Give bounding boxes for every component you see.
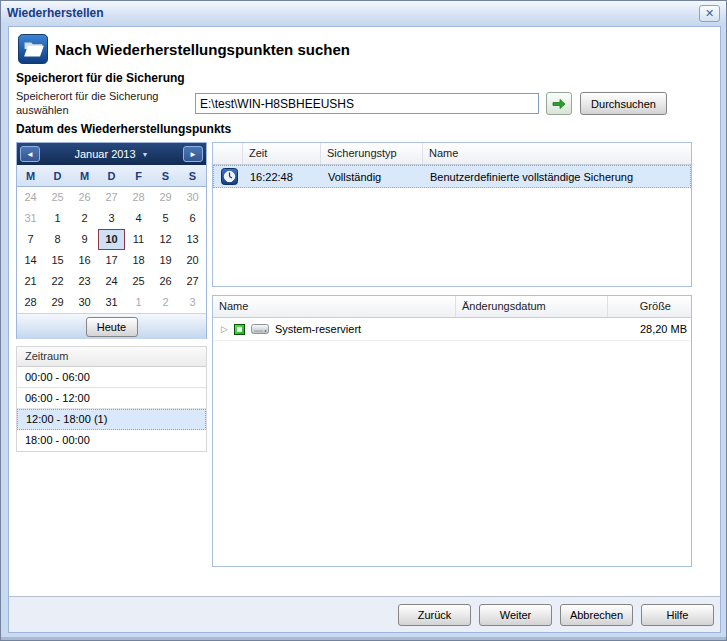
column-header-size[interactable]: Größe <box>608 296 691 317</box>
calendar-day[interactable]: 2 <box>152 292 179 313</box>
calendar-header: ◄ Januar 2013 ▼ ► <box>17 143 206 165</box>
column-header-type[interactable]: Sicherungstyp <box>321 143 423 164</box>
calendar-day[interactable]: 28 <box>125 187 152 208</box>
calendar-weekday-row: M D M D F S S <box>17 165 206 187</box>
calendar-day[interactable]: 29 <box>152 187 179 208</box>
calendar-day[interactable]: 13 <box>179 229 206 250</box>
calendar-day[interactable]: 24 <box>98 271 125 292</box>
browse-button[interactable]: Durchsuchen <box>580 92 667 115</box>
calendar-day[interactable]: 31 <box>98 292 125 313</box>
close-button[interactable]: ✕ <box>699 5 720 22</box>
timerange-header: Zeitraum <box>17 347 206 367</box>
section-title-backup-location: Speicherort für die Sicherung <box>16 71 185 85</box>
calendar-day[interactable]: 5 <box>152 208 179 229</box>
footer-bar: Zurück Weiter Abbrechen Hilfe <box>9 596 720 632</box>
arrow-right-icon <box>552 98 566 110</box>
section-title-restore-date: Datum des Wiederherstellungspunkts <box>16 122 231 136</box>
calendar-day[interactable]: 23 <box>71 271 98 292</box>
cancel-button[interactable]: Abbrechen <box>560 604 633 626</box>
chevron-down-icon: ▼ <box>142 151 149 158</box>
calendar-day[interactable]: 3 <box>98 208 125 229</box>
calendar-day[interactable]: 22 <box>44 271 71 292</box>
page-title: Nach Wiederherstellungspunkten suchen <box>55 41 350 58</box>
calendar-day[interactable]: 27 <box>98 187 125 208</box>
folder-icon <box>18 34 48 64</box>
calendar-day[interactable]: 12 <box>152 229 179 250</box>
calendar-day[interactable]: 28 <box>17 292 44 313</box>
calendar-day[interactable]: 3 <box>179 292 206 313</box>
calendar-day[interactable]: 30 <box>179 187 206 208</box>
calendar-month-label: Januar 2013 <box>74 148 135 160</box>
calendar-day[interactable]: 26 <box>152 271 179 292</box>
calendar-day[interactable]: 30 <box>71 292 98 313</box>
titlebar: Wiederherstellen ✕ <box>1 1 726 25</box>
timerange-item[interactable]: 00:00 - 06:00 <box>17 367 206 388</box>
calendar-grid: 2425262728293031123456789101112131415161… <box>17 187 206 313</box>
column-header-name[interactable]: Name <box>213 296 456 317</box>
go-button[interactable] <box>546 92 572 115</box>
calendar-day[interactable]: 19 <box>152 250 179 271</box>
volume-row[interactable]: ▷ System-reserviert <box>213 318 691 341</box>
column-header-time[interactable]: Zeit <box>243 143 321 164</box>
window-bottom-edge <box>1 637 726 640</box>
chevron-right-icon: ► <box>189 150 197 159</box>
calendar-day[interactable]: 15 <box>44 250 71 271</box>
calendar-day[interactable]: 7 <box>17 229 44 250</box>
volume-name: System-reserviert <box>275 323 361 335</box>
calendar: ◄ Januar 2013 ▼ ► M D M D F S S 24252627… <box>16 142 207 339</box>
help-button[interactable]: Hilfe <box>641 604 714 626</box>
calendar-day[interactable]: 1 <box>44 208 71 229</box>
chevron-left-icon: ◄ <box>26 150 34 159</box>
volumes-table-header: Name Änderungsdatum Größe <box>213 296 691 318</box>
calendar-weekday: F <box>125 165 152 186</box>
calendar-weekday: S <box>152 165 179 186</box>
calendar-day[interactable]: 25 <box>44 187 71 208</box>
calendar-day[interactable]: 6 <box>179 208 206 229</box>
calendar-day[interactable]: 1 <box>125 292 152 313</box>
calendar-day[interactable]: 26 <box>71 187 98 208</box>
close-icon: ✕ <box>705 7 714 20</box>
calendar-day[interactable]: 8 <box>44 229 71 250</box>
column-header-modified[interactable]: Änderungsdatum <box>456 296 608 317</box>
calendar-day[interactable]: 31 <box>17 208 44 229</box>
calendar-day[interactable]: 17 <box>98 250 125 271</box>
timerange-item[interactable]: 18:00 - 00:00 <box>17 430 206 451</box>
timerange-item[interactable]: 12:00 - 18:00 (1) <box>17 409 206 430</box>
calendar-day[interactable]: 9 <box>71 229 98 250</box>
column-header-name[interactable]: Name <box>423 143 691 164</box>
calendar-weekday: D <box>98 165 125 186</box>
recovery-point-row[interactable]: 16:22:48 Vollständig Benutzerdefinierte … <box>213 165 691 188</box>
back-button[interactable]: Zurück <box>398 604 471 626</box>
expand-icon[interactable]: ▷ <box>221 324 228 334</box>
calendar-day[interactable]: 16 <box>71 250 98 271</box>
next-button[interactable]: Weiter <box>479 604 552 626</box>
clock-icon <box>221 168 238 185</box>
calendar-day[interactable]: 14 <box>17 250 44 271</box>
points-table-header: Zeit Sicherungstyp Name <box>213 143 691 165</box>
calendar-day[interactable]: 4 <box>125 208 152 229</box>
column-header-icon <box>213 143 243 164</box>
calendar-day[interactable]: 10 <box>98 229 125 250</box>
calendar-day[interactable]: 27 <box>179 271 206 292</box>
calendar-prev-button[interactable]: ◄ <box>20 146 40 162</box>
timerange-item[interactable]: 06:00 - 12:00 <box>17 388 206 409</box>
calendar-footer: Heute <box>17 313 206 339</box>
calendar-month-selector[interactable]: Januar 2013 ▼ <box>74 148 148 160</box>
calendar-day[interactable]: 29 <box>44 292 71 313</box>
calendar-day[interactable]: 20 <box>179 250 206 271</box>
calendar-day[interactable]: 24 <box>17 187 44 208</box>
calendar-day[interactable]: 2 <box>71 208 98 229</box>
backup-location-input[interactable] <box>195 93 539 114</box>
calendar-day[interactable]: 25 <box>125 271 152 292</box>
calendar-next-button[interactable]: ► <box>183 146 203 162</box>
recovery-point-type: Vollständig <box>322 171 424 183</box>
dialog-body: Nach Wiederherstellungspunkten suchen Sp… <box>8 26 721 633</box>
backup-location-label: Speicherort für die Sicherung auswählen <box>16 89 188 117</box>
calendar-day[interactable]: 11 <box>125 229 152 250</box>
calendar-day[interactable]: 18 <box>125 250 152 271</box>
calendar-weekday: M <box>71 165 98 186</box>
today-button[interactable]: Heute <box>86 317 138 337</box>
calendar-day[interactable]: 21 <box>17 271 44 292</box>
volume-status-icon <box>234 324 245 335</box>
recovery-point-name: Benutzerdefinierte vollständige Sicherun… <box>424 171 690 183</box>
